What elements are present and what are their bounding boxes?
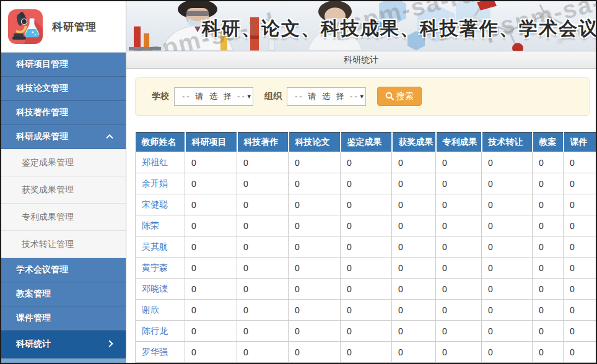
school-label: 学校 bbox=[152, 91, 169, 102]
teacher-name-cell: 陈行龙 bbox=[136, 321, 185, 342]
sidebar-item-tech-transfer[interactable]: 技术转让管理 bbox=[1, 231, 126, 258]
sidebar-item-lesson-plans[interactable]: 教案管理 bbox=[1, 282, 126, 306]
stat-cell: 0 bbox=[237, 152, 289, 173]
stat-cell: 0 bbox=[289, 300, 341, 321]
stat-cell: 0 bbox=[341, 173, 392, 194]
sidebar-item-label: 学术会议管理 bbox=[16, 264, 68, 275]
teacher-name-cell: 谢欣 bbox=[136, 300, 185, 321]
teacher-name-link[interactable]: 宋健聪 bbox=[142, 199, 168, 209]
stat-cell: 0 bbox=[564, 321, 596, 342]
stat-cell: 0 bbox=[392, 152, 436, 173]
teacher-name-link[interactable]: 谢欣 bbox=[142, 305, 159, 314]
stat-cell: 0 bbox=[185, 215, 237, 236]
stat-cell: 0 bbox=[341, 194, 392, 215]
stat-cell: 0 bbox=[185, 279, 237, 300]
app-logo-panel: 科研管理 bbox=[1, 1, 126, 53]
teacher-name-link[interactable]: 吴其航 bbox=[142, 241, 168, 251]
stat-cell: 0 bbox=[392, 342, 436, 363]
sidebar-item-appraisal-achievements[interactable]: 鉴定成果管理 bbox=[1, 149, 126, 176]
sidebar-item-label: 技术转让管理 bbox=[22, 239, 74, 250]
sidebar-item-award-achievements[interactable]: 获奖成果管理 bbox=[1, 176, 126, 204]
stat-cell: 0 bbox=[392, 300, 436, 321]
stat-cell: 0 bbox=[289, 236, 341, 258]
stat-cell: 0 bbox=[185, 236, 237, 258]
stat-cell: 0 bbox=[564, 152, 596, 173]
stat-cell: 0 bbox=[341, 215, 392, 236]
stat-cell: 0 bbox=[341, 300, 392, 321]
sidebar-item-science-papers[interactable]: 科技论文管理 bbox=[1, 77, 126, 101]
sidebar-item-label: 课件管理 bbox=[16, 313, 51, 324]
stat-cell: 0 bbox=[392, 321, 436, 342]
stat-cell: 0 bbox=[185, 300, 237, 321]
teacher-name-link[interactable]: 罗华强 bbox=[142, 347, 168, 357]
stat-cell: 0 bbox=[237, 258, 289, 279]
stat-cell: 0 bbox=[341, 342, 392, 363]
sidebar-item-courseware[interactable]: 课件管理 bbox=[1, 306, 126, 331]
chevron-down-icon: ▼ bbox=[246, 93, 252, 100]
stat-cell: 0 bbox=[289, 321, 341, 342]
teacher-name-cell: 余开娟 bbox=[136, 173, 185, 194]
sidebar-item-research-achievements[interactable]: 科研成果管理 bbox=[1, 125, 126, 149]
teacher-name-cell: 宋健聪 bbox=[136, 194, 185, 215]
teacher-name-link[interactable]: 余开娟 bbox=[142, 178, 168, 188]
stat-cell: 0 bbox=[185, 321, 237, 342]
stat-cell: 0 bbox=[482, 215, 533, 236]
table-row: 邓晓谍000000000 bbox=[136, 279, 596, 300]
sidebar-item-label: 教案管理 bbox=[16, 288, 51, 300]
teacher-name-link[interactable]: 邓晓谍 bbox=[142, 284, 168, 293]
stat-cell: 0 bbox=[237, 194, 289, 215]
column-header: 教师姓名 bbox=[136, 132, 185, 152]
stat-cell: 0 bbox=[533, 258, 564, 279]
teacher-name-link[interactable]: 陈行龙 bbox=[142, 326, 168, 336]
stat-cell: 0 bbox=[436, 321, 482, 342]
stat-cell: 0 bbox=[533, 215, 564, 236]
stat-cell: 0 bbox=[341, 236, 392, 258]
sidebar-item-academic-conferences[interactable]: 学术会议管理 bbox=[1, 258, 126, 282]
sidebar-menu: 科研项目管理科技论文管理科技著作管理科研成果管理鉴定成果管理获奖成果管理专利成果… bbox=[1, 53, 126, 358]
stat-cell: 0 bbox=[533, 279, 564, 300]
stat-cell: 0 bbox=[482, 258, 533, 279]
search-icon bbox=[385, 92, 394, 101]
page-titlebar: 科研统计 bbox=[126, 51, 596, 69]
teacher-name-cell: 邓晓谍 bbox=[136, 279, 185, 300]
stat-cell: 0 bbox=[533, 300, 564, 321]
stat-cell: 0 bbox=[436, 173, 482, 194]
teacher-name-link[interactable]: 郑祖红 bbox=[142, 157, 168, 167]
stats-table: 教师姓名科研项目科技著作科技论文鉴定成果获奖成果专利成果技术转让教案课件 郑祖红… bbox=[135, 132, 596, 363]
stat-cell: 0 bbox=[436, 215, 482, 236]
stat-cell: 0 bbox=[564, 215, 596, 236]
stat-cell: 0 bbox=[482, 173, 533, 194]
content-body: 学校 -- 请 选 择 -- ▼ 组织 -- 请 选 择 -- ▼ 搜索 bbox=[126, 69, 596, 363]
sidebar-item-label: 获奖成果管理 bbox=[22, 184, 74, 196]
sidebar-item-research-stats[interactable]: 科研统计 bbox=[1, 331, 126, 358]
stat-cell: 0 bbox=[482, 194, 533, 215]
stat-cell: 0 bbox=[341, 152, 392, 173]
teacher-name-link[interactable]: 黄宇森 bbox=[142, 262, 168, 272]
sidebar-item-science-works[interactable]: 科技著作管理 bbox=[1, 101, 126, 125]
stat-cell: 0 bbox=[237, 236, 289, 258]
search-button-label: 搜索 bbox=[396, 91, 414, 102]
sidebar: 科研管理 科研项目管理科技论文管理科技著作管理科研成果管理鉴定成果管理获奖成果管… bbox=[1, 1, 126, 363]
column-header: 教案 bbox=[533, 132, 564, 152]
filter-panel: 学校 -- 请 选 择 -- ▼ 组织 -- 请 选 择 -- ▼ 搜索 bbox=[135, 77, 590, 116]
table-row: 罗华强000000000 bbox=[136, 342, 596, 363]
sidebar-item-patent-achievements[interactable]: 专利成果管理 bbox=[1, 204, 126, 231]
sidebar-item-label: 科研项目管理 bbox=[16, 59, 68, 70]
stat-cell: 0 bbox=[436, 194, 482, 215]
search-button[interactable]: 搜索 bbox=[377, 87, 422, 106]
org-select[interactable]: -- 请 选 择 -- ▼ bbox=[287, 87, 366, 106]
main-content: pspm-sa-rd pspm-sa-rd pspm-sa-rd pspm-sa… bbox=[126, 1, 596, 363]
teacher-name-link[interactable]: 陈荣 bbox=[142, 220, 159, 230]
banner-headline: 科研、论文、科技成果、科技著作、学术会议、教 bbox=[202, 16, 596, 41]
stat-cell: 0 bbox=[533, 236, 564, 258]
stat-cell: 0 bbox=[289, 215, 341, 236]
table-row: 谢欣000000000 bbox=[136, 300, 596, 321]
stat-cell: 0 bbox=[185, 342, 237, 363]
sidebar-item-research-projects[interactable]: 科研项目管理 bbox=[1, 53, 126, 77]
chevron-right-icon bbox=[106, 340, 113, 347]
table-row: 宋健聪000000000 bbox=[136, 194, 596, 215]
sidebar-item-label: 科技著作管理 bbox=[16, 107, 68, 118]
org-select-value: -- 请 选 择 -- bbox=[295, 91, 359, 102]
stat-cell: 0 bbox=[341, 321, 392, 342]
school-select[interactable]: -- 请 选 择 -- ▼ bbox=[174, 87, 253, 106]
